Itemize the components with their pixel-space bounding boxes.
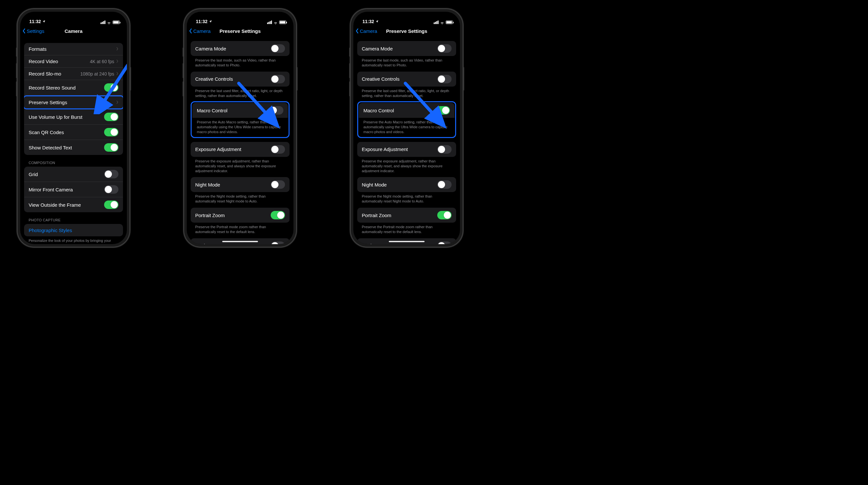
wifi-icon bbox=[273, 21, 278, 24]
nav-bar: Settings Camera bbox=[20, 25, 127, 37]
toggle-proraw[interactable] bbox=[271, 242, 285, 244]
chevron-right-icon bbox=[116, 59, 118, 64]
battery-icon bbox=[113, 21, 120, 24]
toggle-camera-mode[interactable] bbox=[271, 44, 285, 53]
location-icon bbox=[375, 19, 379, 24]
night-footer: Preserve the Night mode setting, rather … bbox=[191, 192, 289, 204]
photographic-styles-footer: Personalize the look of your photos by b… bbox=[24, 236, 123, 244]
toggle-volume-burst[interactable] bbox=[104, 113, 118, 121]
row-stereo-sound: Record Stereo Sound bbox=[24, 80, 123, 95]
nav-bar: Camera Preserve Settings bbox=[353, 25, 460, 37]
toggle-portrait[interactable] bbox=[437, 211, 452, 219]
toggle-night[interactable] bbox=[437, 180, 452, 189]
toggle-grid[interactable] bbox=[104, 170, 118, 178]
phone-camera-settings: 11:32 Settings Camera Formats bbox=[17, 8, 130, 247]
cellular-icon bbox=[100, 21, 105, 24]
back-button[interactable]: Settings bbox=[22, 28, 44, 34]
camera-mode-footer: Preserve the last mode, such as Video, r… bbox=[357, 56, 456, 68]
toggle-exposure[interactable] bbox=[437, 145, 452, 154]
macro-footer: Preserve the Auto Macro setting, rather … bbox=[192, 118, 288, 137]
row-creative-controls: Creative Controls bbox=[357, 71, 456, 87]
phone-preserve-settings-off: 11:32 Camera Preserve Settings Camera Mo… bbox=[184, 8, 297, 247]
row-record-video[interactable]: Record Video 4K at 60 fps bbox=[24, 55, 123, 68]
row-record-slomo[interactable]: Record Slo-mo 1080p at 240 fps bbox=[24, 68, 123, 80]
row-camera-mode: Camera Mode bbox=[357, 41, 456, 56]
location-icon bbox=[42, 19, 45, 24]
row-grid: Grid bbox=[24, 166, 123, 182]
page-title: Camera bbox=[64, 28, 82, 34]
row-creative-controls: Creative Controls bbox=[191, 71, 289, 87]
row-formats[interactable]: Formats bbox=[24, 43, 123, 55]
wifi-icon bbox=[107, 21, 111, 24]
row-night-mode: Night Mode bbox=[191, 177, 289, 192]
battery-icon bbox=[446, 21, 453, 24]
row-macro-control: Macro Control bbox=[359, 103, 455, 118]
row-night-mode: Night Mode bbox=[357, 177, 456, 192]
page-title: Preserve Settings bbox=[386, 28, 428, 34]
exposure-footer: Preserve the exposure adjustment, rather… bbox=[191, 157, 289, 174]
phone-preserve-settings-on: 11:32 Camera Preserve Settings Camera Mo… bbox=[350, 8, 463, 247]
back-label: Camera bbox=[193, 28, 211, 34]
cellular-icon bbox=[434, 21, 439, 24]
chevron-right-icon bbox=[116, 71, 118, 77]
row-mirror-front: Mirror Front Camera bbox=[24, 182, 123, 197]
chevron-right-icon bbox=[116, 100, 118, 105]
toggle-creative[interactable] bbox=[437, 75, 452, 83]
home-indicator[interactable] bbox=[389, 241, 425, 242]
home-indicator[interactable] bbox=[222, 241, 258, 242]
macro-control-highlight: Macro Control Preserve the Auto Macro se… bbox=[357, 101, 456, 138]
composition-header: COMPOSITION bbox=[24, 161, 123, 166]
chevron-right-icon bbox=[116, 46, 118, 52]
toggle-outside-frame[interactable] bbox=[104, 201, 118, 209]
toggle-proraw[interactable] bbox=[437, 242, 452, 244]
toggle-camera-mode[interactable] bbox=[437, 44, 452, 53]
creative-footer: Preserve the last used filter, aspect ra… bbox=[357, 87, 456, 98]
row-macro-control: Macro Control bbox=[192, 103, 288, 118]
row-volume-burst: Use Volume Up for Burst bbox=[24, 109, 123, 125]
toggle-stereo[interactable] bbox=[104, 83, 118, 92]
night-footer: Preserve the Night mode setting, rather … bbox=[357, 192, 456, 204]
toggle-portrait[interactable] bbox=[271, 211, 285, 219]
row-preserve-settings[interactable]: Preserve Settings bbox=[24, 95, 123, 109]
location-icon bbox=[209, 19, 212, 24]
nav-bar: Camera Preserve Settings bbox=[187, 25, 293, 37]
row-portrait-zoom: Portrait Zoom bbox=[357, 208, 456, 223]
toggle-mirror[interactable] bbox=[104, 185, 118, 194]
back-label: Camera bbox=[360, 28, 377, 34]
toggle-qr[interactable] bbox=[104, 128, 118, 137]
exposure-footer: Preserve the exposure adjustment, rather… bbox=[357, 157, 456, 174]
toggle-exposure[interactable] bbox=[271, 145, 285, 154]
row-outside-frame: View Outside the Frame bbox=[24, 197, 123, 212]
portrait-footer: Preserve the Portrait mode zoom rather t… bbox=[191, 223, 289, 234]
row-portrait-zoom: Portrait Zoom bbox=[191, 208, 289, 223]
status-time: 11:32 bbox=[29, 19, 41, 24]
row-photographic-styles[interactable]: Photographic Styles bbox=[24, 224, 123, 236]
page-title: Preserve Settings bbox=[220, 28, 261, 34]
photo-capture-header: PHOTO CAPTURE bbox=[24, 218, 123, 224]
row-camera-mode: Camera Mode bbox=[191, 41, 289, 56]
portrait-footer: Preserve the Portrait mode zoom rather t… bbox=[357, 223, 456, 234]
battery-icon bbox=[279, 21, 286, 24]
back-button[interactable]: Camera bbox=[355, 28, 377, 34]
camera-mode-footer: Preserve the last mode, such as Video, r… bbox=[191, 56, 289, 68]
status-time: 11:32 bbox=[363, 19, 374, 24]
back-label: Settings bbox=[27, 28, 44, 34]
toggle-macro[interactable] bbox=[269, 106, 283, 115]
row-detected-text: Show Detected Text bbox=[24, 140, 123, 155]
wifi-icon bbox=[440, 21, 444, 24]
toggle-night[interactable] bbox=[271, 180, 285, 189]
row-scan-qr: Scan QR Codes bbox=[24, 125, 123, 140]
row-exposure: Exposure Adjustment bbox=[357, 142, 456, 157]
macro-control-highlight: Macro Control Preserve the Auto Macro se… bbox=[191, 101, 289, 138]
creative-footer: Preserve the last used filter, aspect ra… bbox=[191, 87, 289, 98]
back-button[interactable]: Camera bbox=[189, 28, 211, 34]
status-time: 11:32 bbox=[196, 19, 208, 24]
toggle-creative[interactable] bbox=[271, 75, 285, 83]
toggle-detected-text[interactable] bbox=[104, 143, 118, 152]
toggle-macro[interactable] bbox=[436, 106, 450, 115]
cellular-icon bbox=[267, 21, 272, 24]
row-exposure: Exposure Adjustment bbox=[191, 142, 289, 157]
macro-footer: Preserve the Auto Macro setting, rather … bbox=[359, 118, 455, 137]
